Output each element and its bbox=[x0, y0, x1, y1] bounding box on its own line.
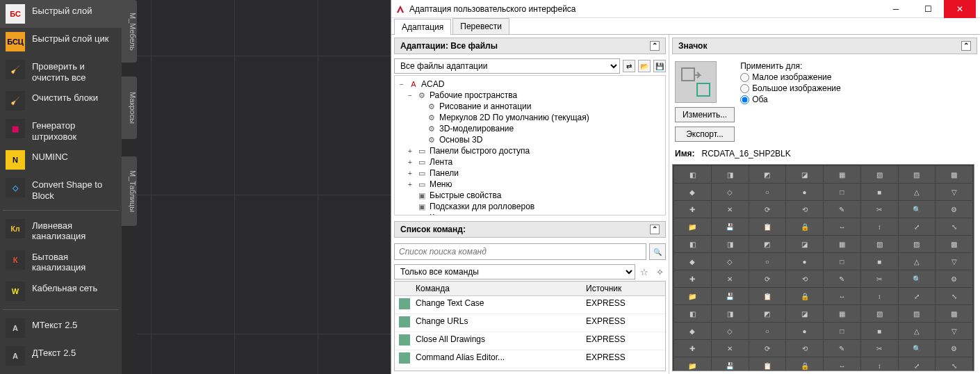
icon-library-item[interactable]: ○ bbox=[749, 253, 786, 270]
icon-library-item[interactable]: ◆ bbox=[674, 323, 711, 339]
icon-library-item[interactable]: ▨ bbox=[899, 236, 936, 252]
icon-library-item[interactable]: ⟳ bbox=[749, 270, 786, 287]
cui-file-combo[interactable]: Все файлы адаптации bbox=[394, 58, 620, 74]
command-filter-combo[interactable]: Только все команды bbox=[394, 264, 635, 279]
icon-library-item[interactable]: △ bbox=[899, 184, 936, 200]
icon-library-item[interactable]: ▨ bbox=[899, 166, 936, 183]
icon-library-item[interactable]: ◩ bbox=[749, 305, 786, 322]
minimize-button[interactable]: ─ bbox=[880, 0, 912, 18]
tree-node[interactable]: ⚙ Рисование и аннотации bbox=[396, 101, 664, 112]
icon-library-item[interactable]: ⟳ bbox=[749, 340, 786, 357]
icon-library-item[interactable]: ⟳ bbox=[749, 201, 786, 218]
icon-library-item[interactable]: ◧ bbox=[674, 236, 711, 252]
edit-button[interactable]: Изменить... bbox=[675, 107, 735, 122]
tree-node[interactable]: + ▭ Панели быстрого доступа bbox=[396, 145, 664, 156]
tree-expand-icon[interactable]: − bbox=[406, 92, 414, 99]
icon-library-item[interactable]: ⤢ bbox=[899, 218, 936, 235]
column-source[interactable]: Источник bbox=[582, 282, 665, 295]
command-row[interactable]: Change Text Case EXPRESS bbox=[395, 296, 665, 314]
tree-node[interactable]: ⚙ Меркулов 2D По умолчанию (текущая) bbox=[396, 112, 664, 123]
icon-library-item[interactable]: 🔒 bbox=[786, 288, 823, 304]
icon-library-item[interactable]: ▽ bbox=[936, 253, 972, 270]
export-button[interactable]: Экспорт... bbox=[675, 127, 735, 142]
icon-library-item[interactable]: ↕ bbox=[861, 288, 898, 304]
radio-large-image[interactable]: Большое изображение bbox=[740, 83, 841, 93]
save-icon[interactable]: 💾 bbox=[653, 60, 666, 72]
palette-item[interactable]: N NUMINC bbox=[0, 146, 122, 174]
close-button[interactable]: ✕ bbox=[944, 0, 976, 18]
icon-library-item[interactable]: ✕ bbox=[712, 270, 749, 287]
tree-expand-icon[interactable]: + bbox=[406, 181, 414, 188]
command-row[interactable]: Close All Drawings EXPRESS bbox=[395, 332, 665, 350]
icon-library-item[interactable]: ✚ bbox=[674, 201, 711, 218]
icon-library-item[interactable]: ✚ bbox=[674, 270, 711, 287]
icon-library-item[interactable]: ▧ bbox=[861, 305, 898, 322]
tree-expand-icon[interactable]: + bbox=[406, 158, 414, 166]
icon-library-item[interactable]: 📁 bbox=[674, 218, 711, 235]
tree-node[interactable]: ▣ Быстрые свойства bbox=[396, 190, 664, 201]
icon-library-item[interactable]: ✕ bbox=[712, 340, 749, 357]
icon-library-item[interactable]: ■ bbox=[861, 323, 898, 339]
icon-library-item[interactable]: ▨ bbox=[899, 305, 936, 322]
icon-library-item[interactable]: 📋 bbox=[749, 288, 786, 304]
icon-library-item[interactable]: 🔒 bbox=[786, 357, 823, 371]
icon-library-item[interactable]: ↕ bbox=[861, 357, 898, 371]
icon-library-item[interactable]: ▧ bbox=[861, 166, 898, 183]
tree-node[interactable]: − ⚙ Рабочие пространства bbox=[396, 90, 664, 101]
icon-library-item[interactable]: ◨ bbox=[712, 166, 749, 183]
palette-item[interactable]: А МТекст 2.5 bbox=[0, 314, 122, 342]
tree-node[interactable]: + ▤ Контекстные меню bbox=[396, 212, 664, 216]
icon-library-item[interactable]: ◆ bbox=[674, 184, 711, 200]
icon-library-item[interactable]: ◨ bbox=[712, 236, 749, 252]
palette-tab[interactable]: Макросы bbox=[122, 76, 137, 139]
collapse-button[interactable]: ⌃ bbox=[650, 225, 660, 234]
icon-library-item[interactable]: ⤢ bbox=[899, 288, 936, 304]
open-icon[interactable]: 📂 bbox=[638, 60, 651, 72]
tree-node[interactable]: ⚙ 3D-моделирование bbox=[396, 123, 664, 134]
icon-library-item[interactable]: ● bbox=[786, 323, 823, 339]
icon-library-item[interactable]: 📁 bbox=[674, 357, 711, 371]
palette-item[interactable]: БСЦ Быстрый слой цик bbox=[0, 28, 122, 56]
icon-library-item[interactable]: ▧ bbox=[861, 236, 898, 252]
favorite-icon[interactable]: ☆ bbox=[638, 266, 651, 278]
icon-library-item[interactable]: ▦ bbox=[824, 166, 860, 183]
icon-library-item[interactable]: ⚙ bbox=[936, 340, 972, 357]
icon-library-item[interactable]: △ bbox=[899, 253, 936, 270]
collapse-button[interactable]: ⌃ bbox=[961, 41, 971, 51]
tree-node[interactable]: ▣ Подсказки для ролловеров bbox=[396, 201, 664, 212]
icon-library-item[interactable]: ○ bbox=[749, 184, 786, 200]
radio-both[interactable]: Оба bbox=[740, 95, 841, 104]
icon-library-item[interactable]: ↕ bbox=[861, 218, 898, 235]
tree-expand-icon[interactable]: + bbox=[406, 147, 414, 155]
icon-library-item[interactable]: ◪ bbox=[786, 305, 823, 322]
transfer-icon[interactable]: ⇄ bbox=[623, 60, 635, 72]
drawing-canvas[interactable] bbox=[137, 0, 391, 374]
palette-item[interactable]: W Кабельная сеть bbox=[0, 277, 122, 305]
icon-library-item[interactable]: ⤡ bbox=[936, 288, 972, 304]
command-row[interactable]: Command Alias Editor... EXPRESS bbox=[395, 350, 665, 368]
icon-library-item[interactable]: ◇ bbox=[712, 184, 749, 200]
icon-library-item[interactable]: ▩ bbox=[936, 236, 972, 252]
icon-library-item[interactable]: 💾 bbox=[712, 288, 749, 304]
tree-expand-icon[interactable]: − bbox=[398, 81, 406, 88]
icon-library-item[interactable]: ↔ bbox=[824, 357, 860, 371]
palette-tab[interactable]: М_Мебель bbox=[122, 0, 137, 63]
command-row[interactable]: Change URLs EXPRESS bbox=[395, 314, 665, 332]
palette-item[interactable]: К Бытовая канализация bbox=[0, 246, 122, 277]
command-search-input[interactable] bbox=[394, 243, 646, 260]
icon-library-item[interactable]: 🔍 bbox=[899, 270, 936, 287]
icon-library-item[interactable]: ▦ bbox=[824, 236, 860, 252]
icon-library-item[interactable]: ↔ bbox=[824, 218, 860, 235]
icon-library-item[interactable]: 💾 bbox=[712, 357, 749, 371]
radio-small-image[interactable]: Малое изображение bbox=[740, 72, 841, 82]
icon-library-item[interactable]: △ bbox=[899, 323, 936, 339]
tree-expand-icon[interactable]: + bbox=[406, 214, 414, 216]
icon-library-item[interactable]: ✚ bbox=[674, 340, 711, 357]
icon-library-item[interactable]: ✕ bbox=[712, 201, 749, 218]
tree-expand-icon[interactable]: + bbox=[406, 170, 414, 177]
tree-node[interactable]: + ▭ Лента bbox=[396, 156, 664, 168]
icon-library-item[interactable]: ✂ bbox=[861, 340, 898, 357]
icon-library-item[interactable]: ⤡ bbox=[936, 357, 972, 371]
icon-library-item[interactable]: ◨ bbox=[712, 305, 749, 322]
icon-library-item[interactable]: ⟲ bbox=[786, 270, 823, 287]
